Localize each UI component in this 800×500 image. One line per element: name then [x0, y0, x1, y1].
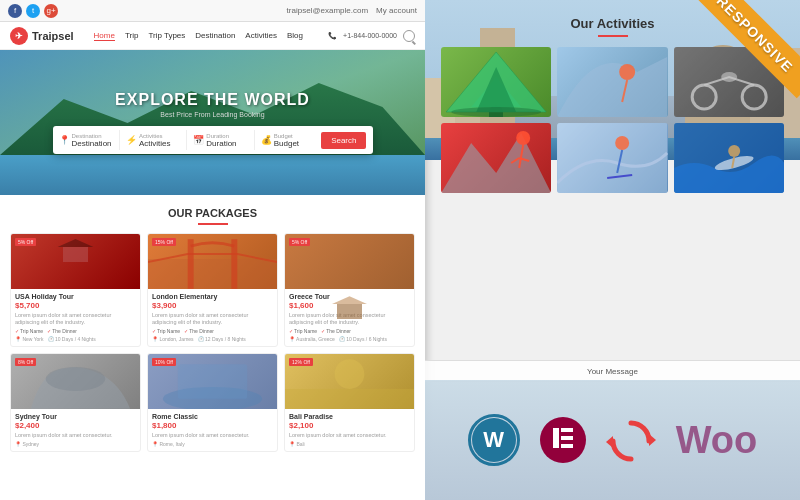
package-detail-2: ✓ Trip Name ✓ The Dinner — [152, 328, 273, 334]
destination-input-group: Destination Destination — [72, 133, 113, 148]
budget-input-group: Budget Budget — [274, 133, 315, 148]
budget-field[interactable]: 💰 Budget Budget — [261, 133, 315, 148]
svg-marker-33 — [606, 436, 613, 448]
svg-rect-30 — [561, 436, 573, 440]
hero-title: EXPLORE THE WORLD — [115, 91, 310, 109]
responsive-badge: RESPONSIVE — [680, 0, 800, 120]
hero-section: EXPLORE THE WORLD Best Price From Leadin… — [0, 50, 425, 195]
email-text: traipsel@example.com — [287, 6, 368, 15]
woo-text: Woo — [676, 419, 758, 462]
package-badge-6: 12% Off — [289, 358, 313, 366]
activity-climbing[interactable] — [557, 47, 667, 117]
activities-value[interactable]: Activities — [139, 139, 180, 148]
package-card-4[interactable]: 8% Off Sydney Tour $2,400 Lorem ipsum do… — [10, 353, 141, 452]
activity-surfing[interactable] — [674, 123, 784, 193]
package-badge-1: 5% Off — [15, 238, 36, 246]
package-meta-4: 📍 Sydney — [15, 441, 136, 447]
package-card-5[interactable]: 10% Off Rome Classic $1,800 Lorem ipsum … — [147, 353, 278, 452]
package-price-6: $2,100 — [289, 421, 410, 430]
package-grid: 5% Off USA Holiday Tour $5,700 Lorem ips… — [10, 233, 415, 452]
package-name-6: Bali Paradise — [289, 413, 410, 420]
activities-divider — [598, 35, 628, 37]
package-meta-6: 📍 Bali — [289, 441, 410, 447]
destination-value[interactable]: Destination — [72, 139, 113, 148]
svg-point-26 — [728, 145, 740, 157]
package-badge-5: 10% Off — [152, 358, 176, 366]
logo-text: Traipsel — [32, 30, 74, 42]
wordpress-logo: W — [468, 414, 520, 466]
duration-field[interactable]: 📅 Duration Duration — [193, 133, 247, 148]
phone-number: +1-844-000-0000 — [343, 32, 397, 39]
search-icon[interactable] — [403, 30, 415, 42]
logo-icon — [10, 27, 28, 45]
package-price-2: $3,900 — [152, 301, 273, 310]
responsive-badge-text: RESPONSIVE — [691, 0, 800, 98]
packages-section: OUR PACKAGES 5% Off USA Holiday Tour $5,… — [0, 195, 425, 460]
package-meta-2: 📍 London, James 🕐 12 Days / 8 Nights — [152, 336, 273, 342]
package-detail-1: ✓ Trip Name ✓ The Dinner — [15, 328, 136, 334]
svg-point-10 — [451, 107, 541, 117]
divider-2 — [186, 130, 187, 150]
search-button[interactable]: Search — [321, 132, 366, 149]
social-icons: f t g+ — [8, 4, 58, 18]
search-bar: 📍 Destination Destination ⚡ Activities A… — [53, 126, 373, 154]
package-desc-2: Lorem ipsum dolor sit amet consectetur a… — [152, 312, 273, 326]
account-link[interactable]: My account — [376, 6, 417, 15]
package-info-4: Sydney Tour $2,400 Lorem ipsum dolor sit… — [11, 409, 140, 451]
budget-value[interactable]: Budget — [274, 139, 315, 148]
navbar: Traipsel Home Trip Trip Types Destinatio… — [0, 22, 425, 50]
page-container: f t g+ traipsel@example.com My account T… — [0, 0, 800, 500]
package-badge-4: 8% Off — [15, 358, 36, 366]
package-badge-3: 5% Off — [289, 238, 310, 246]
activities-field[interactable]: ⚡ Activities Activities — [126, 133, 180, 148]
duration-icon: 📅 — [193, 135, 204, 145]
activity-mountain-rescue[interactable] — [441, 123, 551, 193]
hero-subtitle: Best Price From Leading Booking — [160, 111, 264, 118]
twitter-icon[interactable]: t — [26, 4, 40, 18]
svg-point-11 — [619, 64, 635, 80]
nav-trip[interactable]: Trip — [125, 31, 138, 41]
package-desc-4: Lorem ipsum dolor sit amet consectetur. — [15, 432, 136, 439]
budget-icon: 💰 — [261, 135, 272, 145]
logo[interactable]: Traipsel — [10, 27, 74, 45]
package-desc-5: Lorem ipsum dolor sit amet consectetur. — [152, 432, 273, 439]
package-name-2: London Elementary — [152, 293, 273, 300]
package-card-6[interactable]: 12% Off Bali Paradise $2,100 Lorem ipsum… — [284, 353, 415, 452]
contact-strip: Your Message — [425, 360, 800, 382]
elementor-icon — [549, 424, 577, 457]
package-price-5: $1,800 — [152, 421, 273, 430]
package-price-4: $2,400 — [15, 421, 136, 430]
nav-trip-types[interactable]: Trip Types — [148, 31, 185, 41]
activity-skiing[interactable] — [557, 123, 667, 193]
activities-input-group: Activities Activities — [139, 133, 180, 148]
nav-activities[interactable]: Activities — [245, 31, 277, 41]
svg-point-22 — [615, 136, 629, 150]
svg-rect-5 — [178, 364, 247, 399]
package-card-3[interactable]: 5% Off Greece Tour $1,600 Lorem ipsum do… — [284, 233, 415, 347]
svg-rect-29 — [561, 428, 573, 432]
package-info-2: London Elementary $3,900 Lorem ipsum dol… — [148, 289, 277, 346]
nav-blog[interactable]: Blog — [287, 31, 303, 41]
nav-destination[interactable]: Destination — [195, 31, 235, 41]
package-name-4: Sydney Tour — [15, 413, 136, 420]
package-card-2[interactable]: 15% Off London Elementary $3,900 Lorem i… — [147, 233, 278, 347]
package-name-1: USA Holiday Tour — [15, 293, 136, 300]
package-card-1[interactable]: 5% Off USA Holiday Tour $5,700 Lorem ips… — [10, 233, 141, 347]
svg-rect-6 — [285, 389, 414, 409]
duration-value[interactable]: Duration — [206, 139, 247, 148]
package-desc-6: Lorem ipsum dolor sit amet consectetur. — [289, 432, 410, 439]
nav-links: Home Trip Trip Types Destination Activit… — [94, 31, 303, 41]
wordpress-letter: W — [483, 427, 504, 453]
facebook-icon[interactable]: f — [8, 4, 22, 18]
package-info-6: Bali Paradise $2,100 Lorem ipsum dolor s… — [285, 409, 414, 451]
plugin-bar: W — [425, 380, 800, 500]
package-info-5: Rome Classic $1,800 Lorem ipsum dolor si… — [148, 409, 277, 451]
destination-field[interactable]: 📍 Destination Destination — [59, 133, 113, 148]
package-desc-1: Lorem ipsum dolor sit amet consectetur a… — [15, 312, 136, 326]
activity-camping[interactable] — [441, 47, 551, 117]
divider-1 — [119, 130, 120, 150]
googleplus-icon[interactable]: g+ — [44, 4, 58, 18]
woocommerce-sync-icon — [606, 418, 656, 463]
nav-home[interactable]: Home — [94, 31, 115, 41]
package-badge-2: 15% Off — [152, 238, 176, 246]
